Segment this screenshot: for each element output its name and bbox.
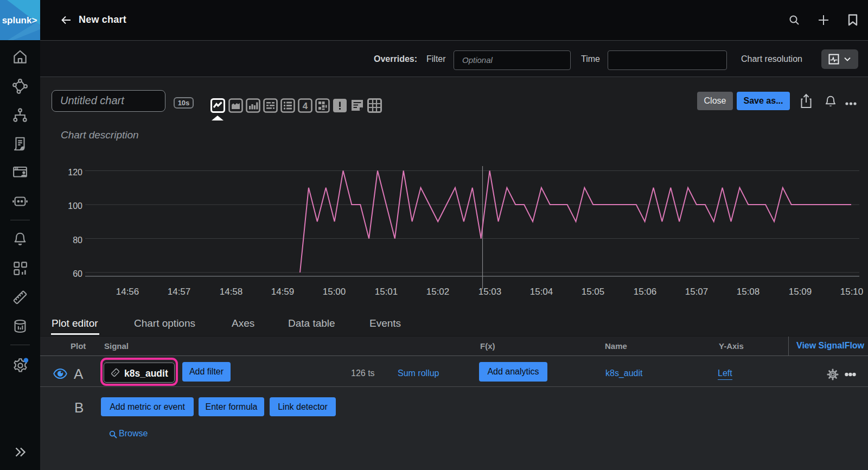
svg-text:14:59: 14:59 [271,287,295,297]
svg-text:15:03: 15:03 [478,287,502,297]
svg-text:14:57: 14:57 [168,287,191,297]
svg-text:14:58: 14:58 [220,287,243,297]
svg-text:14:56: 14:56 [116,287,139,297]
svg-text:15:07: 15:07 [685,287,709,297]
svg-text:15:05: 15:05 [582,287,605,297]
svg-text:80: 80 [73,236,82,245]
svg-text:15:02: 15:02 [426,287,450,297]
svg-text:15:09: 15:09 [789,287,812,297]
svg-text:15:04: 15:04 [530,287,553,297]
svg-text:120: 120 [68,168,82,177]
svg-text:4: 4 [302,101,308,111]
svg-text:100: 100 [68,201,82,211]
svg-text:15:08: 15:08 [737,287,760,297]
svg-text:15:06: 15:06 [634,287,657,297]
svg-text:15:01: 15:01 [375,287,398,297]
svg-text:15:00: 15:00 [323,287,346,297]
svg-text:15:10: 15:10 [840,287,864,297]
svg-text:splunk>: splunk> [2,15,37,26]
svg-text:60: 60 [73,269,82,278]
